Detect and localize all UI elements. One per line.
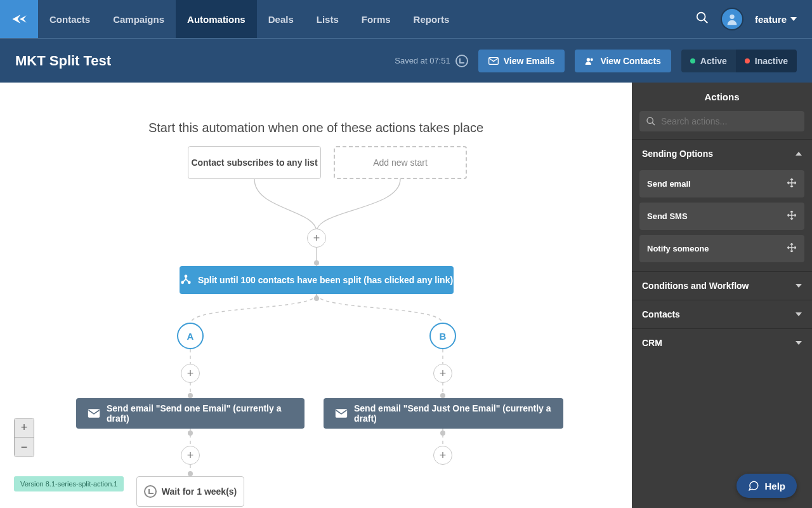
- svg-point-2: [730, 15, 734, 19]
- user-label: feature: [755, 14, 787, 25]
- move-icon: [787, 178, 797, 190]
- actions-sidebar: Actions Sending Options Send emailSend S…: [632, 83, 812, 508]
- brand-logo[interactable]: [0, 0, 38, 38]
- avatar[interactable]: [721, 8, 743, 30]
- help-button[interactable]: Help: [737, 474, 797, 498]
- path-node-a[interactable]: A: [177, 323, 204, 349]
- chevron-up-icon: [796, 152, 802, 156]
- path-node-b[interactable]: B: [429, 323, 456, 349]
- saved-status: Saved at 07:51: [395, 55, 468, 67]
- svg-point-19: [647, 117, 653, 123]
- nav-item-automations[interactable]: Automations: [176, 0, 257, 38]
- connector-dot-icon: [188, 471, 193, 476]
- move-icon: [787, 210, 797, 222]
- svg-point-4: [587, 58, 590, 61]
- status-inactive-button[interactable]: Inactive: [736, 50, 797, 72]
- action-send-email-b[interactable]: Send email "Send Just One Email" (curren…: [324, 398, 563, 429]
- search-actions-field[interactable]: [661, 116, 798, 126]
- zoom-controls: + −: [14, 418, 34, 457]
- action-send-email-a[interactable]: Send email "Send one Email" (currently a…: [76, 398, 304, 429]
- top-nav: ContactsCampaignsAutomationsDealsListsFo…: [0, 0, 812, 38]
- section-sending-options[interactable]: Sending Options: [632, 139, 812, 168]
- wait-node[interactable]: Wait for 1 week(s): [136, 476, 244, 507]
- svg-line-20: [652, 123, 655, 125]
- nav-item-deals[interactable]: Deals: [257, 0, 305, 38]
- view-contacts-button[interactable]: View Contacts: [575, 50, 671, 72]
- section-conditions[interactable]: Conditions and Workflow: [632, 271, 812, 300]
- instruction-text: Start this automation when one of these …: [0, 121, 632, 135]
- start-trigger[interactable]: Contact subscribes to any list: [188, 146, 321, 179]
- split-node[interactable]: Split until 100 contacts have been split…: [180, 266, 454, 294]
- connector-dot-icon: [314, 260, 319, 265]
- history-icon[interactable]: [455, 55, 468, 67]
- connector-dot-icon: [188, 393, 193, 398]
- nav-item-reports[interactable]: Reports: [402, 0, 461, 38]
- add-step-button[interactable]: +: [181, 446, 200, 465]
- search-actions-input[interactable]: [639, 111, 804, 131]
- nav-item-campaigns[interactable]: Campaigns: [102, 0, 176, 38]
- zoom-out-button[interactable]: −: [15, 438, 34, 457]
- sidebar-title: Actions: [632, 83, 812, 111]
- chevron-down-icon: [790, 17, 797, 21]
- add-step-button[interactable]: +: [433, 364, 452, 383]
- connector-dot-icon: [188, 431, 193, 436]
- canvas[interactable]: Start this automation when one of these …: [0, 83, 632, 508]
- move-icon: [787, 243, 797, 255]
- svg-point-16: [188, 281, 190, 283]
- user-menu[interactable]: feature: [755, 14, 797, 25]
- sub-header: MKT Split Test Saved at 07:51 View Email…: [0, 38, 812, 83]
- status-active-button[interactable]: Active: [681, 50, 736, 72]
- add-start-trigger[interactable]: Add new start: [334, 146, 467, 179]
- status-dot-icon: [690, 58, 695, 64]
- svg-point-5: [591, 58, 593, 60]
- chevron-down-icon: [796, 341, 802, 345]
- svg-point-0: [697, 13, 705, 21]
- nav-item-lists[interactable]: Lists: [305, 0, 350, 38]
- nav-items: ContactsCampaignsAutomationsDealsListsFo…: [38, 0, 461, 38]
- search-icon[interactable]: [695, 11, 709, 27]
- clock-icon: [144, 485, 157, 498]
- view-emails-button[interactable]: View Emails: [478, 50, 565, 72]
- nav-item-contacts[interactable]: Contacts: [38, 0, 102, 38]
- section-contacts[interactable]: Contacts: [632, 300, 812, 328]
- section-crm[interactable]: CRM: [632, 328, 812, 357]
- svg-line-1: [704, 20, 708, 23]
- status-dot-icon: [745, 58, 750, 64]
- connector-dot-icon: [440, 431, 445, 436]
- action-send-email[interactable]: Send email: [639, 170, 804, 197]
- chevron-down-icon: [796, 312, 802, 316]
- page-title: MKT Split Test: [15, 53, 111, 69]
- add-step-button[interactable]: +: [307, 229, 326, 248]
- add-step-button[interactable]: +: [433, 446, 452, 465]
- status-toggle: Active Inactive: [681, 50, 797, 72]
- version-tag: Version 8.1-series-split-action.1: [14, 476, 124, 491]
- action-notify-someone[interactable]: Notify someone: [639, 235, 804, 262]
- svg-point-14: [185, 276, 187, 277]
- connector-dot-icon: [314, 296, 319, 301]
- action-send-sms[interactable]: Send SMS: [639, 203, 804, 230]
- add-step-button[interactable]: +: [181, 364, 200, 383]
- nav-item-forms[interactable]: Forms: [350, 0, 402, 38]
- chevron-down-icon: [796, 284, 802, 288]
- zoom-in-button[interactable]: +: [15, 418, 34, 438]
- svg-point-15: [181, 281, 183, 283]
- connector-dot-icon: [440, 393, 445, 398]
